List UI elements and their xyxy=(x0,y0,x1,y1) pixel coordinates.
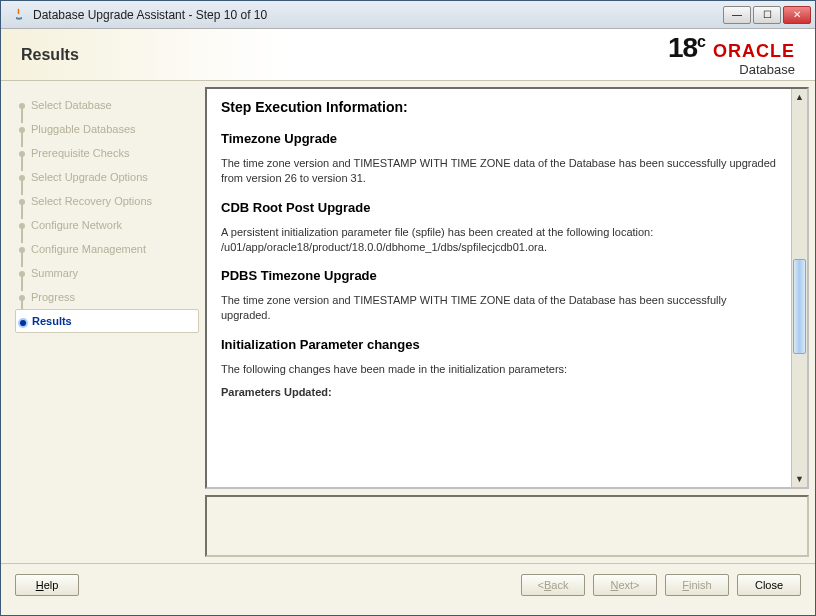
section-heading: Initialization Parameter changes xyxy=(221,337,777,352)
java-icon xyxy=(11,7,27,23)
close-button[interactable]: ✕ xyxy=(783,6,811,24)
window-title: Database Upgrade Assistant - Step 10 of … xyxy=(33,8,723,22)
header: Results 18c ORACLE Database xyxy=(1,29,815,81)
close-wizard-button[interactable]: Close xyxy=(737,574,801,596)
step-results[interactable]: Results xyxy=(15,309,199,333)
footer: Help < Back Next > Finish Close xyxy=(1,563,815,605)
oracle-brand: ORACLE xyxy=(713,41,795,61)
section-body: The time zone version and TIMESTAMP WITH… xyxy=(221,293,777,323)
step-configure-network: Configure Network xyxy=(15,213,199,237)
step-prerequisite-checks: Prerequisite Checks xyxy=(15,141,199,165)
app-window: Database Upgrade Assistant - Step 10 of … xyxy=(0,0,816,616)
step-pluggable-databases: Pluggable Databases xyxy=(15,117,199,141)
step-upgrade-options: Select Upgrade Options xyxy=(15,165,199,189)
subheading: Parameters Updated: xyxy=(221,385,777,400)
section-heading: PDBS Timezone Upgrade xyxy=(221,268,777,283)
vertical-scrollbar[interactable]: ▲ ▼ xyxy=(791,89,807,487)
oracle-logo: 18c ORACLE Database xyxy=(668,32,795,77)
page-title: Results xyxy=(21,46,79,64)
next-button: Next > xyxy=(593,574,657,596)
step-summary: Summary xyxy=(15,261,199,285)
content-title: Step Execution Information: xyxy=(221,99,777,115)
window-controls: — ☐ ✕ xyxy=(723,6,811,24)
scroll-thumb[interactable] xyxy=(793,259,806,354)
section-body: The following changes have been made in … xyxy=(221,362,777,377)
oracle-product: Database xyxy=(713,62,795,77)
help-button[interactable]: Help xyxy=(15,574,79,596)
section-heading: Timezone Upgrade xyxy=(221,131,777,146)
finish-button: Finish xyxy=(665,574,729,596)
section-body: The time zone version and TIMESTAMP WITH… xyxy=(221,156,777,186)
step-configure-management: Configure Management xyxy=(15,237,199,261)
minimize-button[interactable]: — xyxy=(723,6,751,24)
step-select-database: Select Database xyxy=(15,93,199,117)
results-content: Step Execution Information: Timezone Upg… xyxy=(205,87,809,489)
section-body: A persistent initialization parameter fi… xyxy=(221,225,777,255)
scroll-down-icon[interactable]: ▼ xyxy=(792,471,807,487)
main-panel: Step Execution Information: Timezone Upg… xyxy=(205,87,809,557)
scroll-up-icon[interactable]: ▲ xyxy=(792,89,807,105)
section-heading: CDB Root Post Upgrade xyxy=(221,200,777,215)
body: Select Database Pluggable Databases Prer… xyxy=(1,81,815,563)
title-bar: Database Upgrade Assistant - Step 10 of … xyxy=(1,1,815,29)
scroll-track[interactable] xyxy=(792,105,807,471)
step-progress: Progress xyxy=(15,285,199,309)
maximize-button[interactable]: ☐ xyxy=(753,6,781,24)
wizard-steps: Select Database Pluggable Databases Prer… xyxy=(7,87,199,557)
back-button: < Back xyxy=(521,574,585,596)
content-scroll: Step Execution Information: Timezone Upg… xyxy=(207,89,791,487)
message-panel xyxy=(205,495,809,557)
step-recovery-options: Select Recovery Options xyxy=(15,189,199,213)
